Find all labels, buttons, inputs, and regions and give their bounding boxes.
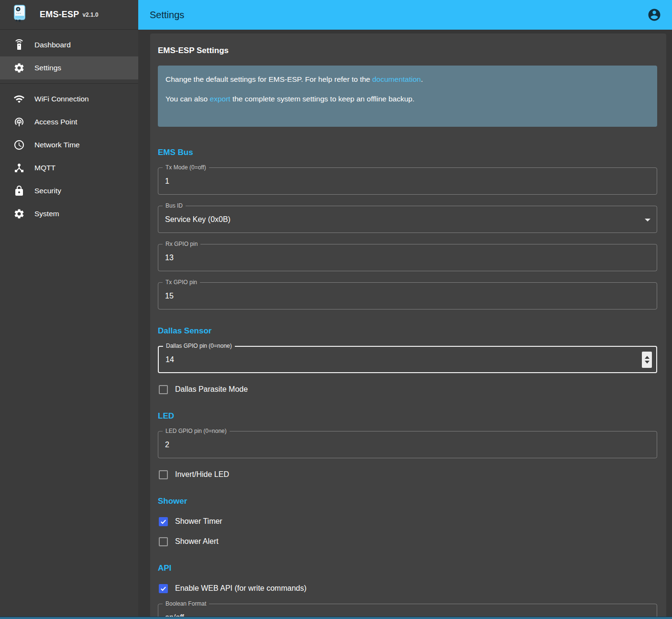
- settings-remote-icon: [13, 39, 25, 51]
- checkbox-icon[interactable]: [159, 470, 168, 479]
- rx-gpio-input[interactable]: [158, 244, 657, 271]
- checkbox-icon[interactable]: [159, 517, 168, 526]
- sidebar-item-label: Dashboard: [34, 41, 71, 49]
- settings-card: EMS-ESP Settings Change the default sett…: [150, 33, 666, 619]
- sidebar-nav: Dashboard Settings WiFi Connection Acces…: [0, 30, 138, 225]
- checkbox-label: Shower Timer: [175, 517, 222, 526]
- led-gpio-input[interactable]: [158, 431, 657, 458]
- checkbox-icon[interactable]: [159, 584, 168, 593]
- sidebar-item-dashboard[interactable]: Dashboard: [0, 33, 138, 56]
- stepper-down-icon[interactable]: [645, 361, 650, 364]
- settings-title: EMS-ESP Settings: [158, 46, 657, 55]
- sidebar-header: EMS-ESP v2.1.0: [0, 0, 138, 30]
- dallas-gpio-field: Dallas GPIO pin (0=none): [158, 346, 657, 373]
- info-line-1: Change the default settings for EMS-ESP.…: [165, 75, 648, 84]
- checkbox-label: Enable WEB API (for write commands): [175, 584, 307, 593]
- dropdown-arrow-icon: [645, 219, 650, 221]
- main-content: EMS-ESP Settings Change the default sett…: [138, 30, 672, 619]
- section-led: LED: [158, 411, 657, 421]
- rx-gpio-field: Rx GPIO pin: [158, 244, 657, 271]
- checkbox-icon[interactable]: [159, 385, 168, 394]
- checkbox-label: Invert/Hide LED: [175, 470, 229, 479]
- account-circle-icon[interactable]: [647, 8, 661, 22]
- sidebar-item-label: Access Point: [34, 118, 77, 126]
- checkbox-label: Dallas Parasite Mode: [175, 385, 248, 394]
- tx-mode-field: Tx Mode (0=off): [158, 167, 657, 195]
- info-box: Change the default settings for EMS-ESP.…: [158, 66, 657, 127]
- sidebar-item-label: MQTT: [34, 164, 55, 172]
- page-title: Settings: [150, 10, 184, 21]
- invert-led-checkbox-row[interactable]: Invert/Hide LED: [159, 469, 657, 480]
- info-line-2: You can also export the complete system …: [165, 94, 648, 104]
- sidebar-item-label: Network Time: [34, 141, 80, 149]
- sidebar: EMS-ESP v2.1.0 Dashboard Settings WiFi C…: [0, 0, 138, 619]
- sidebar-item-wifi-connection[interactable]: WiFi Connection: [0, 88, 138, 111]
- device-hub-icon: [13, 162, 25, 174]
- bus-id-select[interactable]: Bus ID Service Key (0x0B): [158, 206, 657, 233]
- app-version: v2.1.0: [82, 11, 98, 18]
- section-ems-bus: EMS Bus: [158, 148, 657, 157]
- dallas-parasite-checkbox-row[interactable]: Dallas Parasite Mode: [159, 384, 657, 395]
- section-shower: Shower: [158, 497, 657, 506]
- checkbox-label: Shower Alert: [175, 537, 219, 546]
- section-dallas-sensor: Dallas Sensor: [158, 326, 657, 336]
- sidebar-item-label: Security: [34, 187, 61, 195]
- number-stepper[interactable]: [642, 352, 652, 368]
- shower-timer-checkbox-row[interactable]: Shower Timer: [159, 516, 657, 527]
- sidebar-item-settings[interactable]: Settings: [0, 56, 138, 79]
- sidebar-item-label: System: [34, 210, 59, 218]
- shower-alert-checkbox-row[interactable]: Shower Alert: [159, 536, 657, 547]
- app-name: EMS-ESP: [40, 10, 79, 20]
- sidebar-item-access-point[interactable]: Access Point: [0, 111, 138, 133]
- gear-icon: [13, 208, 25, 220]
- wifi-icon: [13, 93, 25, 105]
- documentation-link[interactable]: documentation: [372, 75, 421, 83]
- sidebar-divider: [0, 83, 138, 84]
- clock-icon: [13, 139, 25, 151]
- stepper-up-icon[interactable]: [645, 356, 650, 359]
- sidebar-item-network-time[interactable]: Network Time: [0, 133, 138, 156]
- checkbox-icon[interactable]: [159, 537, 168, 546]
- tx-gpio-input[interactable]: [158, 283, 657, 309]
- gear-icon: [13, 62, 25, 74]
- tx-mode-input[interactable]: [158, 168, 657, 194]
- app-logo-boiler-icon: [14, 5, 25, 24]
- wifi-tethering-icon: [13, 116, 25, 128]
- bottom-edge-strip: [0, 617, 672, 619]
- sidebar-item-label: Settings: [34, 64, 61, 72]
- led-gpio-field: LED GPIO pin (0=none): [158, 431, 657, 458]
- dallas-gpio-input[interactable]: [159, 347, 656, 372]
- lock-icon: [13, 185, 25, 197]
- export-link[interactable]: export: [210, 95, 231, 103]
- enable-web-api-checkbox-row[interactable]: Enable WEB API (for write commands): [159, 583, 657, 594]
- sidebar-item-system[interactable]: System: [0, 202, 138, 225]
- sidebar-item-label: WiFi Connection: [34, 95, 89, 103]
- appbar: Settings: [138, 0, 672, 30]
- sidebar-item-mqtt[interactable]: MQTT: [0, 156, 138, 179]
- bus-id-value: Service Key (0x0B): [158, 206, 657, 232]
- sidebar-item-security[interactable]: Security: [0, 179, 138, 202]
- section-api: API: [158, 564, 657, 573]
- tx-gpio-field: Tx GPIO pin: [158, 282, 657, 310]
